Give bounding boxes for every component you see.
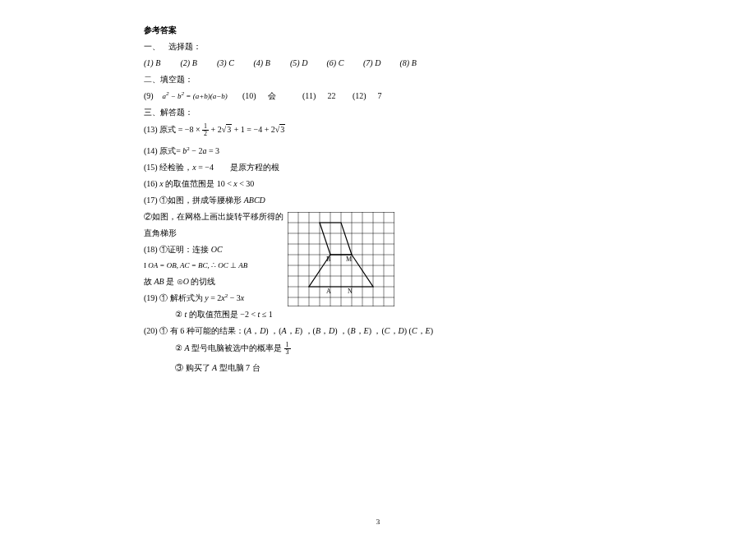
q19-p1: (19) ① 解析式为 y = 2x2 − 3x	[144, 292, 756, 304]
sqrt-icon: 3	[222, 124, 233, 136]
q13-label: (13)	[144, 125, 158, 134]
sqrt-icon: 3	[275, 124, 286, 136]
q18-p2: I OA = OB, AC = BC, ∴ OC ⊥ AB	[144, 260, 756, 271]
label-N: N	[348, 288, 353, 295]
fill-blank-row: (9) a2 − b2 = (a+b)(a−b) (10) 会 (11) 22 …	[144, 90, 756, 102]
page-number: 3	[376, 518, 380, 526]
label-A: A	[326, 288, 331, 295]
section-2-heading: 二、填空题：	[144, 74, 756, 85]
q13-mid: + 2	[211, 125, 222, 134]
q15-line: (15) 经检验，x = −4 是原方程的根	[144, 162, 756, 173]
q13-eq1: = −8 ×	[178, 125, 201, 134]
section-1-heading: 一、 选择题：	[144, 41, 756, 53]
multiple-choice-row: (1) B (2) B (3) C (4) B (5) D (6) C (7) …	[144, 58, 756, 69]
frac-half-icon: 1 2	[202, 123, 209, 137]
q12-ans: 7	[378, 90, 382, 102]
q16-line: (16) x 的取值范围是 10 < x < 30	[144, 178, 756, 190]
q20-p1: (20) ① 有 6 种可能的结果：(A，D) ，(A，E) ，(B，D) ，(…	[144, 325, 756, 337]
frac-third-icon: 1 3	[284, 342, 291, 356]
label-B: B	[326, 255, 330, 263]
q9-label: (9)	[144, 90, 160, 102]
q18-p1: (18) ①证明：连接 OC	[144, 244, 756, 255]
q14-line: (14) 原式= b2 − 2a = 3	[144, 145, 756, 157]
q20-p3: ③ 购买了 A 型电脑 7 台	[144, 362, 756, 374]
q9-expr: a2 − b2 = (a+b)(a−b)	[163, 90, 241, 102]
mc-2: (2) B	[181, 58, 215, 69]
q17-p2: ②如图，在网格上画出旋转平移所得的	[144, 211, 756, 223]
q10-ans: 会	[268, 90, 301, 102]
mc-5: (5) D	[290, 58, 325, 69]
q13-line: (13) 原式 = −8 × 1 2 + 23 + 1 = −4 + 23	[144, 123, 756, 137]
q13-prefix: 原式	[159, 125, 176, 134]
q12-label: (12)	[353, 90, 376, 102]
label-M: M	[346, 255, 352, 263]
q10-label: (10)	[242, 90, 265, 102]
q17-p3: 直角梯形	[144, 228, 756, 239]
title: 参考答案	[144, 25, 756, 36]
mc-1: (1) B	[144, 58, 178, 69]
q18-p3: 故 AB 是 ⊙O 的切线	[144, 276, 756, 288]
mc-8: (8) B	[400, 58, 435, 69]
grid-figure: B M A N	[288, 212, 394, 308]
q11-label: (11)	[302, 90, 325, 102]
q20-p2: ② A 型号电脑被选中的概率是 1 3	[144, 342, 756, 356]
section-3-heading: 三、解答题：	[144, 107, 756, 118]
q13-mid2: + 1 = −4 + 2	[234, 125, 275, 134]
mc-6: (6) C	[327, 58, 362, 69]
svg-marker-18	[320, 223, 352, 255]
mc-3: (3) C	[217, 58, 251, 69]
q17-p1: (17) ①如图，拼成等腰梯形 ABCD	[144, 195, 756, 206]
mc-7: (7) D	[363, 58, 398, 69]
q19-p2: ② t 的取值范围是 −2 < t ≤ 1	[144, 309, 756, 320]
trapezoid-grid-icon: B M A N	[288, 212, 394, 306]
mc-4: (4) B	[254, 58, 288, 69]
q11-ans: 22	[328, 90, 351, 102]
